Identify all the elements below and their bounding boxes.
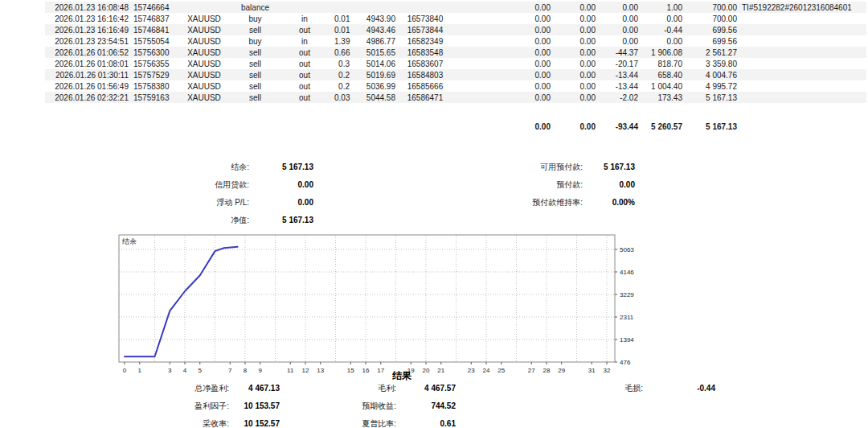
cell-fee: 0.00 [553, 2, 598, 13]
totals-row: 0.000.00-93.445 260.575 167.13 [45, 103, 866, 131]
total-volume [332, 103, 352, 131]
margin-level-label: 预付款维持率: [482, 197, 583, 208]
total-direction [277, 103, 332, 131]
y-tick-label: 2311 [620, 314, 634, 321]
balance-chart-svg: 0134578911121315161719202123242527282931… [113, 229, 651, 386]
balance-chart: 0134578911121315161719202123242527282931… [113, 229, 651, 386]
cell-deal: 15756355 [131, 58, 175, 69]
deal-row: 2026.01.23 16:16:4915746841XAUUSDsellout… [45, 24, 866, 35]
cell-profit: -0.44 [641, 24, 685, 35]
cell-order: 16583607 [398, 58, 452, 69]
cell-symbol: XAUUSD [175, 35, 233, 47]
deal-row: 2026.01.26 01:06:5215756300XAUUSDsellout… [45, 47, 866, 58]
cell-profit: 1 906.08 [641, 47, 685, 58]
cell-volume: 0.3 [332, 58, 352, 69]
y-tick-label: 1394 [620, 336, 634, 344]
cell-symbol: XAUUSD [175, 92, 233, 103]
cell-symbol: XAUUSD [175, 47, 233, 58]
x-tick-label: 11 [287, 367, 294, 374]
cell-comment [739, 58, 866, 69]
x-tick-label: 32 [604, 367, 611, 374]
cell-profit: 818.70 [641, 58, 685, 69]
x-tick-label: 27 [528, 367, 535, 374]
cell-price: 5019.69 [352, 69, 398, 80]
chart-title: 结余 [122, 237, 137, 245]
cell-deal: 15755054 [131, 35, 175, 47]
cell-swap: -13.44 [598, 69, 641, 80]
cell-commission: 0.00 [452, 47, 553, 58]
cell-comment [739, 80, 866, 92]
cell-commission: 0.00 [452, 24, 553, 35]
x-tick-label: 7 [228, 367, 232, 374]
sharpe-ratio-label: 夏普比率: [297, 418, 396, 428]
margin-value: 0.00 [585, 179, 635, 190]
cell-commission: 0.00 [452, 80, 553, 92]
x-tick-label: 31 [588, 367, 596, 374]
recovery-factor-label: 采收率: [129, 418, 229, 428]
cell-direction: in [277, 35, 332, 47]
cell-volume: 0.03 [332, 92, 352, 103]
x-tick-label: 0 [123, 367, 127, 374]
total-fee: 0.00 [553, 103, 598, 131]
cell-order: 16583548 [398, 47, 452, 58]
cell-volume: 0.2 [332, 69, 352, 80]
deal-row: 2026.01.23 16:16:4215746837XAUUSDbuyin0.… [45, 13, 866, 24]
cell-deal: 15746664 [131, 2, 175, 13]
cell-commission: 0.00 [452, 69, 553, 80]
cell-time: 2026.01.26 01:08:01 [45, 58, 131, 69]
cell-volume: 1.39 [332, 35, 352, 47]
total-symbol [175, 103, 233, 131]
deal-row: 2026.01.23 16:08:4815746664balance0.000.… [45, 2, 866, 13]
y-tick-label: 4146 [620, 269, 634, 276]
cell-deal: 15756300 [131, 47, 175, 58]
cell-type: buy [233, 13, 277, 24]
x-tick-label: 29 [558, 367, 565, 374]
cell-volume [332, 2, 352, 13]
cell-price: 4986.77 [352, 35, 398, 47]
cell-comment [739, 92, 866, 103]
cell-type: sell [233, 58, 277, 69]
cell-commission: 0.00 [452, 2, 553, 13]
cell-order: 16573840 [398, 13, 452, 24]
cell-fee: 0.00 [553, 58, 598, 69]
cell-fee: 0.00 [553, 35, 598, 47]
cell-time: 2026.01.23 16:08:48 [45, 2, 131, 13]
cell-direction [277, 2, 332, 13]
x-tick-label: 28 [543, 367, 551, 374]
margin-label: 预付款: [482, 179, 583, 190]
cell-price [352, 2, 398, 13]
cell-volume: 0.66 [332, 47, 352, 58]
cell-comment [739, 24, 866, 35]
total-comment [739, 103, 866, 131]
deal-row: 2026.01.23 23:54:5115755054XAUUSDbuyin1.… [45, 35, 866, 47]
cell-direction: out [277, 47, 332, 58]
cell-commission: 0.00 [452, 58, 553, 69]
cell-profit: 0.00 [641, 13, 685, 24]
cell-swap: -44.37 [598, 47, 641, 58]
cell-type: sell [233, 24, 277, 35]
cell-type: sell [233, 80, 277, 92]
cell-symbol: XAUUSD [175, 80, 233, 92]
balance-line [125, 247, 238, 356]
gross-loss-value: -0.44 [646, 383, 715, 393]
cell-comment [739, 47, 866, 58]
equity-value: 5 167.13 [253, 215, 313, 225]
credit-label: 信用贷款: [161, 179, 249, 190]
cell-profit: 658.40 [641, 69, 685, 80]
cell-price: 5036.99 [352, 80, 398, 92]
deal-row: 2026.01.26 01:30:1115757529XAUUSDsellout… [45, 69, 866, 80]
cell-commission: 0.00 [452, 13, 553, 24]
cell-swap: -13.44 [598, 80, 641, 92]
cell-swap: -2.02 [598, 92, 641, 103]
y-tick-label: 3229 [620, 291, 634, 298]
balance-label: 结余: [161, 162, 249, 172]
cell-price: 5044.58 [352, 92, 398, 103]
total-net-profit-label: 总净盈利: [129, 383, 229, 393]
cell-symbol: XAUUSD [175, 69, 233, 80]
expected-payoff-value: 744.52 [399, 401, 456, 411]
cell-direction: out [277, 69, 332, 80]
cell-deal: 15746841 [131, 24, 175, 35]
cell-symbol: XAUUSD [175, 58, 233, 69]
equity-label: 净值: [161, 215, 249, 225]
cell-balance: 2 561.27 [685, 47, 739, 58]
